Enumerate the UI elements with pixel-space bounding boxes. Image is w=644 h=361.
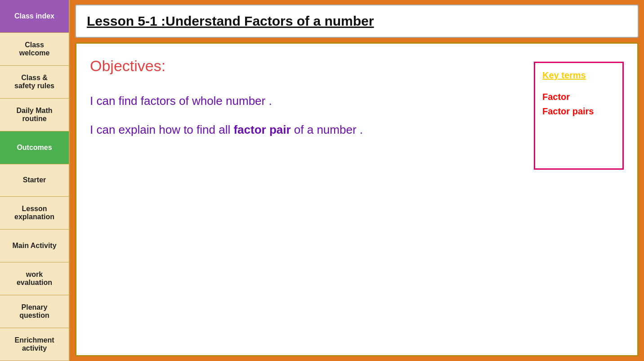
main-content: Lesson 5-1 :Understand Factors of a numb… bbox=[70, 0, 644, 361]
sidebar-item-outcomes[interactable]: Outcomes bbox=[0, 131, 69, 164]
sidebar-item-class-safety-rules[interactable]: Class &safety rules bbox=[0, 66, 69, 99]
sidebar-item-enrichment-activity[interactable]: Enrichmentactivity bbox=[0, 328, 69, 361]
sidebar-item-class-index[interactable]: Class index bbox=[0, 0, 69, 33]
sidebar-item-lesson-explanation[interactable]: Lessonexplanation bbox=[0, 197, 69, 230]
app-layout: Class index Classwelcome Class &safety r… bbox=[0, 0, 644, 361]
objective-2-bold: factor pair bbox=[233, 123, 291, 136]
key-term-factor: Factor bbox=[542, 90, 615, 104]
title-box: Lesson 5-1 :Understand Factors of a numb… bbox=[75, 5, 639, 38]
sidebar-item-work-evaluation[interactable]: workevaluation bbox=[0, 262, 69, 295]
sidebar: Class index Classwelcome Class &safety r… bbox=[0, 0, 70, 361]
sidebar-item-starter[interactable]: Starter bbox=[0, 164, 69, 197]
sidebar-item-daily-math-routine[interactable]: Daily Mathroutine bbox=[0, 99, 69, 131]
key-term-factor-pairs: Factor pairs bbox=[542, 104, 615, 118]
key-terms-box: Key terms Factor Factor pairs bbox=[534, 62, 624, 170]
sidebar-item-class-welcome[interactable]: Classwelcome bbox=[0, 33, 69, 66]
sidebar-item-plenary-question[interactable]: Plenaryquestion bbox=[0, 295, 69, 328]
objective-2-part2: of a number . bbox=[291, 123, 363, 136]
objective-2-part1: I can explain how to find all bbox=[90, 123, 233, 136]
content-box: Objectives: I can find factors of whole … bbox=[75, 42, 639, 356]
sidebar-item-main-activity[interactable]: Main Activity bbox=[0, 230, 69, 262]
lesson-title: Lesson 5-1 :Understand Factors of a numb… bbox=[87, 14, 374, 29]
key-terms-title: Key terms bbox=[542, 70, 615, 81]
